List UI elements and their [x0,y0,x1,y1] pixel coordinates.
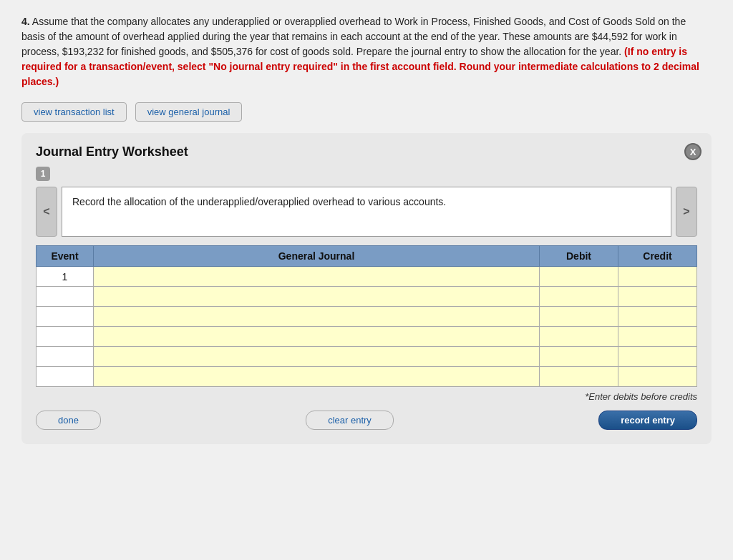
credit-input-4[interactable] [618,327,697,347]
general-journal-input-6[interactable] [94,367,540,387]
bottom-button-row: done clear entry record entry [36,411,697,430]
done-button[interactable]: done [36,411,101,430]
debit-input-6[interactable] [540,367,618,387]
event-cell-1: 1 [37,267,94,287]
credit-input-2[interactable] [618,287,697,307]
next-nav-button[interactable]: > [676,187,697,237]
credit-input-1[interactable] [618,267,697,287]
table-row [37,367,697,387]
table-row [37,327,697,347]
header-credit: Credit [618,246,697,267]
event-cell-5 [37,347,94,367]
top-button-row: view transaction list view general journ… [21,102,712,122]
debit-input-3[interactable] [540,307,618,327]
worksheet-title: Journal Entry Worksheet [36,144,697,159]
debit-input-5[interactable] [540,347,618,367]
prev-nav-button[interactable]: < [36,187,57,237]
table-row: 1 [37,267,697,287]
credit-input-3[interactable] [618,307,697,327]
table-row [37,287,697,307]
event-cell-4 [37,327,94,347]
general-journal-input-3[interactable] [94,307,540,327]
record-entry-button[interactable]: record entry [598,411,697,430]
general-journal-input-4[interactable] [94,327,540,347]
question-number: 4. [21,16,30,27]
table-row [37,307,697,327]
debit-input-1[interactable] [540,267,618,287]
header-general-journal: General Journal [94,246,540,267]
hint-text: *Enter debits before credits [36,391,697,402]
view-transaction-list-button[interactable]: view transaction list [21,102,127,122]
header-event: Event [37,246,94,267]
header-debit: Debit [540,246,618,267]
question-text-before-red: Assume that the company allocates any un… [21,16,686,57]
event-cell-2 [37,287,94,307]
journal-table: Event General Journal Debit Credit 1 [36,245,697,387]
debit-input-4[interactable] [540,327,618,347]
general-journal-input-5[interactable] [94,347,540,367]
credit-input-5[interactable] [618,347,697,367]
credit-input-6[interactable] [618,367,697,387]
event-cell-6 [37,367,94,387]
close-button[interactable]: X [684,143,702,160]
event-cell-3 [37,307,94,327]
general-journal-input-2[interactable] [94,287,540,307]
general-journal-input-1[interactable] [94,267,540,287]
nav-row: < Record the allocation of the underappl… [36,187,697,237]
page-indicator: 1 [36,167,50,181]
table-row [37,347,697,367]
clear-entry-button[interactable]: clear entry [306,411,394,430]
transaction-description: Record the allocation of the underapplie… [62,187,671,237]
view-general-journal-button[interactable]: view general journal [135,102,243,122]
journal-entry-worksheet: Journal Entry Worksheet X 1 < Record the… [21,133,712,444]
debit-input-2[interactable] [540,287,618,307]
